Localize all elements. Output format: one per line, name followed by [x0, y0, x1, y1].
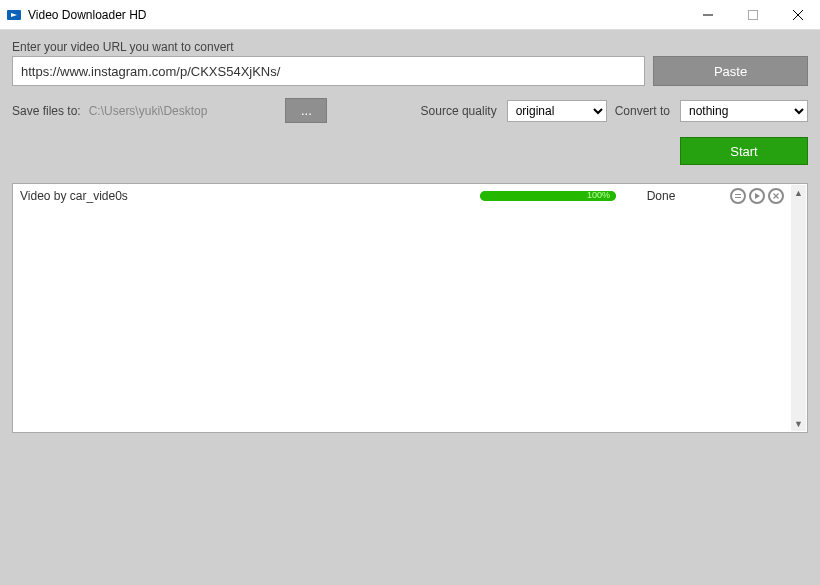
item-status: Done [626, 189, 696, 203]
delete-icon[interactable] [768, 188, 784, 204]
progress-text: 100% [587, 191, 610, 200]
list-item: Video by car_vide0s 100% Done [14, 185, 790, 207]
item-actions [730, 188, 784, 204]
window-buttons [685, 0, 820, 29]
browse-button[interactable]: ... [285, 98, 327, 123]
minimize-button[interactable] [685, 0, 730, 29]
progress-bar: 100% [480, 191, 616, 201]
options-row: Save files to: C:\Users\yuki\Desktop ...… [12, 98, 808, 123]
content-area: Enter your video URL you want to convert… [0, 30, 820, 585]
app-icon [6, 7, 22, 23]
save-label: Save files to: [12, 104, 81, 118]
close-button[interactable] [775, 0, 820, 29]
item-title: Video by car_vide0s [20, 189, 480, 203]
titlebar: Video Downloader HD [0, 0, 820, 30]
scroll-down-icon[interactable]: ▼ [791, 416, 806, 431]
svg-rect-2 [748, 10, 757, 19]
play-icon[interactable] [749, 188, 765, 204]
scroll-up-icon[interactable]: ▲ [791, 185, 806, 200]
convert-select[interactable]: nothing [680, 100, 808, 122]
start-button[interactable]: Start [680, 137, 808, 165]
quality-select[interactable]: original [507, 100, 607, 122]
paste-button[interactable]: Paste [653, 56, 808, 86]
open-folder-icon[interactable] [730, 188, 746, 204]
downloads-list: Video by car_vide0s 100% Done [12, 183, 808, 433]
scrollbar[interactable]: ▲ ▼ [791, 185, 806, 431]
window-title: Video Downloader HD [28, 8, 685, 22]
url-label: Enter your video URL you want to convert [12, 40, 808, 54]
convert-label: Convert to [615, 104, 670, 118]
save-path: C:\Users\yuki\Desktop [89, 104, 208, 118]
url-row: Paste [12, 56, 808, 86]
start-row: Start [12, 137, 808, 165]
url-input[interactable] [12, 56, 645, 86]
source-quality-label: Source quality [421, 104, 497, 118]
maximize-button[interactable] [730, 0, 775, 29]
